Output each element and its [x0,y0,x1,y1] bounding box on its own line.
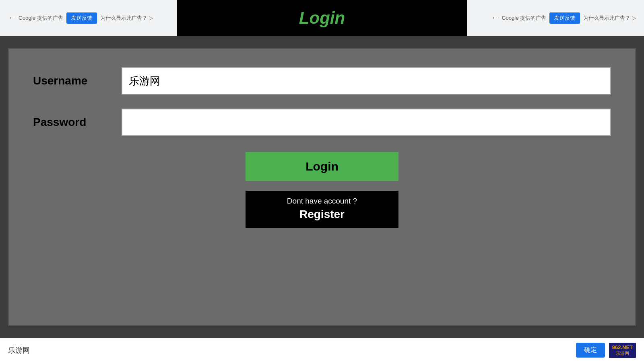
site-logo: 962.NET 乐游网 [609,343,636,358]
why-label-left[interactable]: 为什么显示此广告？ ▷ [100,14,153,22]
username-label: Username [33,74,122,87]
ad-label-left: Google 提供的广告 [19,14,63,22]
username-input[interactable] [122,67,611,95]
ad-arrow-icon-right: ▷ [632,15,636,21]
register-link[interactable]: Register [254,208,390,221]
ad-arrow-icon-left: ▷ [149,15,153,21]
login-button[interactable]: Login [246,152,398,181]
feedback-btn-left[interactable]: 发送反馈 [66,12,97,24]
register-box[interactable]: Dont have account ? Register [246,191,398,228]
back-arrow-left[interactable]: ← [8,14,15,22]
password-label: Password [33,116,122,129]
bottom-site-name: 乐游网 [8,346,30,355]
back-arrow-right[interactable]: ← [491,14,498,22]
confirm-button[interactable]: 确定 [576,343,605,358]
page-title: Login [299,8,345,28]
why-label-right[interactable]: 为什么显示此广告？ ▷ [583,14,636,22]
ad-label-right: Google 提供的广告 [502,14,546,22]
password-input[interactable] [122,109,611,136]
feedback-btn-right[interactable]: 发送反馈 [549,12,580,24]
no-account-text: Dont have account ? [254,197,390,206]
